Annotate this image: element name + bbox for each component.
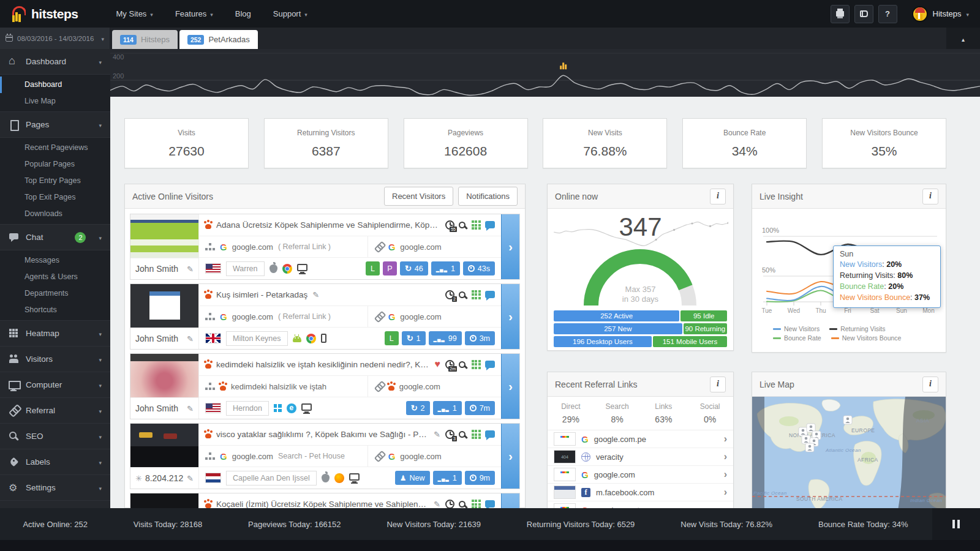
menu-support[interactable]: Support bbox=[273, 9, 307, 18]
label-badge[interactable]: P bbox=[383, 261, 397, 276]
notifications-button[interactable]: Notifications bbox=[458, 187, 518, 206]
sidebar-item-dashboard[interactable]: Dashboard bbox=[0, 77, 110, 93]
sidebar-section-seo[interactable]: SEO bbox=[0, 424, 110, 449]
info-button[interactable] bbox=[922, 377, 938, 392]
chat-icon[interactable] bbox=[485, 291, 495, 298]
chat-icon[interactable] bbox=[485, 500, 495, 508]
manual-button[interactable] bbox=[854, 5, 873, 23]
referrer-link[interactable]: google.com bbox=[232, 312, 273, 321]
pause-button[interactable] bbox=[932, 508, 980, 540]
visitor-thumbnail[interactable] bbox=[130, 284, 198, 328]
chat-icon[interactable] bbox=[485, 430, 495, 438]
heatmap-icon[interactable] bbox=[472, 220, 481, 230]
sidebar-item-shortcuts[interactable]: Shortcuts bbox=[0, 302, 110, 318]
referral-domain[interactable]: google.com.pe bbox=[594, 435, 646, 444]
edit-name-icon[interactable] bbox=[187, 473, 194, 483]
label-badge[interactable]: L bbox=[366, 261, 380, 276]
edit-name-icon[interactable] bbox=[187, 403, 194, 413]
sidebar-item-downloads[interactable]: Downloads bbox=[0, 206, 110, 222]
referrer-link[interactable]: google.com bbox=[232, 452, 273, 461]
recent-visitors-button[interactable]: Recent Visitors bbox=[384, 187, 453, 206]
history-icon[interactable]: 55 bbox=[445, 220, 454, 230]
info-button[interactable] bbox=[710, 189, 726, 204]
sidebar-item-top-entry-pages[interactable]: Top Entry Pages bbox=[0, 173, 110, 189]
landing-link[interactable]: google.com bbox=[400, 312, 441, 321]
menu-features[interactable]: Features bbox=[175, 9, 213, 18]
heatmap-icon[interactable] bbox=[472, 500, 481, 508]
magnify-icon[interactable] bbox=[459, 361, 466, 368]
hitsteps-brand[interactable]: hitsteps bbox=[11, 6, 78, 22]
sidebar-item-popular-pages[interactable]: Popular Pages bbox=[0, 156, 110, 173]
sidebar-section-computer[interactable]: Computer bbox=[0, 372, 110, 398]
sidebar-section-visitors[interactable]: Visitors bbox=[0, 347, 110, 372]
menu-my-sites[interactable]: My Sites bbox=[116, 9, 153, 18]
footer-stat-new-visits-today: New Visits Today: 76.82% bbox=[680, 520, 772, 529]
sidebar-section-dashboard[interactable]: Dashboard bbox=[0, 49, 110, 75]
date-range-picker[interactable]: 08/03/2016 - 14/03/2016 bbox=[0, 28, 110, 49]
user-menu[interactable]: Hitsteps bbox=[912, 6, 970, 22]
sidebar-section-referral[interactable]: Referral bbox=[0, 398, 110, 424]
edit-name-icon[interactable] bbox=[187, 264, 194, 274]
sidebar-item-top-exit-pages[interactable]: Top Exit Pages bbox=[0, 189, 110, 206]
edit-icon[interactable] bbox=[434, 429, 440, 440]
label-badge[interactable]: L bbox=[385, 331, 399, 345]
referral-row[interactable]: 404veracity bbox=[548, 448, 733, 466]
referral-domain[interactable]: m.facebook.com bbox=[596, 488, 654, 497]
tab-hitsteps[interactable]: 114Hitsteps bbox=[112, 30, 178, 49]
world-map[interactable]: NORTH AMERICAEUROPEASIAAFRICASOUTH AMERI… bbox=[752, 397, 946, 508]
edit-icon[interactable] bbox=[434, 498, 440, 508]
magnify-icon[interactable] bbox=[459, 222, 466, 228]
referrer-link[interactable]: google.com bbox=[232, 242, 273, 252]
landing-link[interactable]: google.com bbox=[399, 382, 440, 391]
sidebar-item-messages[interactable]: Messages bbox=[0, 252, 110, 269]
magnify-icon[interactable] bbox=[459, 501, 466, 508]
chat-icon[interactable] bbox=[485, 221, 495, 228]
print-button[interactable] bbox=[831, 5, 850, 23]
visitor-thumbnail[interactable] bbox=[130, 424, 198, 468]
expand-visitor-button[interactable] bbox=[501, 354, 519, 419]
expand-visitor-button[interactable] bbox=[501, 493, 519, 508]
expand-visitor-button[interactable] bbox=[501, 424, 519, 489]
magnify-icon[interactable] bbox=[459, 291, 466, 298]
menu-blog[interactable]: Blog bbox=[235, 9, 251, 18]
referrer-link[interactable]: kedimdeki halsizlik ve iştah bbox=[231, 382, 326, 391]
expand-visitor-button[interactable] bbox=[501, 284, 519, 349]
history-icon[interactable]: 2 bbox=[445, 290, 454, 299]
referral-row[interactable]: m.facebook.com bbox=[548, 484, 733, 501]
sidebar-item-live-map[interactable]: Live Map bbox=[0, 93, 110, 110]
landing-link[interactable]: google.com bbox=[400, 452, 441, 461]
sidebar-item-departments[interactable]: Departments bbox=[0, 285, 110, 302]
landing-link[interactable]: google.com bbox=[400, 242, 441, 252]
expand-visitor-button[interactable] bbox=[501, 214, 519, 279]
collapse-chart-button[interactable] bbox=[946, 28, 980, 49]
magnify-icon[interactable] bbox=[459, 431, 466, 438]
chat-icon[interactable] bbox=[485, 361, 495, 368]
sidebar-section-labels[interactable]: Labels bbox=[0, 449, 110, 475]
referral-domain[interactable]: veracity bbox=[596, 452, 624, 462]
edit-icon[interactable] bbox=[312, 289, 319, 300]
sidebar-section-chat[interactable]: Chat2 bbox=[0, 225, 110, 250]
referral-row[interactable]: Ggoogle.com.pe bbox=[548, 430, 733, 448]
referral-row[interactable]: Ggoogle.com bbox=[548, 466, 733, 484]
tab-petarkadas[interactable]: 252PetArkadas bbox=[179, 30, 258, 49]
help-button[interactable]: ? bbox=[878, 5, 897, 23]
sidebar-section-settings[interactable]: Settings bbox=[0, 475, 110, 501]
edit-name-icon[interactable] bbox=[187, 334, 194, 343]
sidebar-section-heatmap[interactable]: Heatmap bbox=[0, 321, 110, 347]
heatmap-icon[interactable] bbox=[472, 290, 481, 299]
visitor-thumbnail[interactable] bbox=[130, 493, 198, 508]
sidebar-item-recent-pageviews[interactable]: Recent Pageviews bbox=[0, 140, 110, 156]
heatmap-icon[interactable] bbox=[472, 430, 481, 439]
visitor-thumbnail[interactable] bbox=[130, 354, 198, 398]
info-button[interactable] bbox=[710, 377, 726, 392]
history-icon[interactable] bbox=[445, 500, 454, 508]
referral-row[interactable]: Ggoogle.com.tr bbox=[548, 501, 733, 508]
referral-domain[interactable]: google.com bbox=[594, 470, 635, 479]
sidebar-section-pages[interactable]: Pages bbox=[0, 112, 110, 138]
info-button[interactable] bbox=[922, 189, 938, 204]
heatmap-icon[interactable] bbox=[472, 360, 481, 369]
visitor-thumbnail[interactable] bbox=[130, 214, 198, 258]
history-icon[interactable]: 3 bbox=[445, 430, 454, 439]
history-icon[interactable]: 2m bbox=[445, 360, 454, 369]
sidebar-item-agents-users[interactable]: Agents & Users bbox=[0, 269, 110, 285]
